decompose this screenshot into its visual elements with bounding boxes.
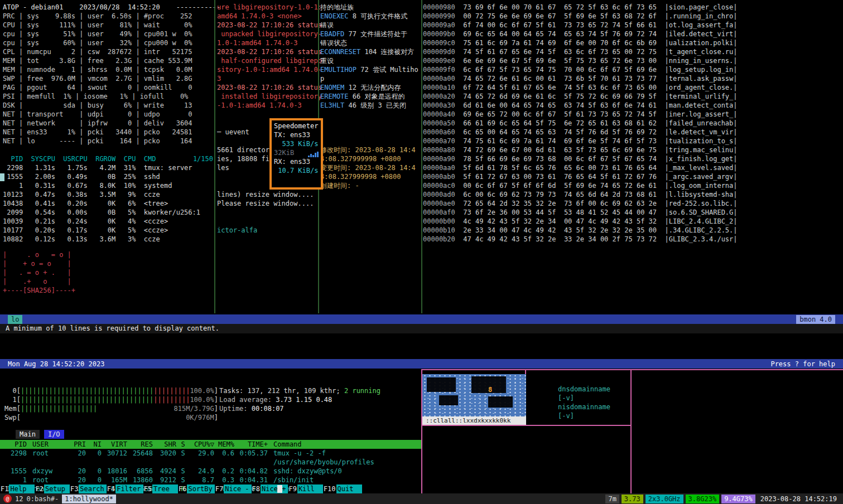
- pane-border-vertical[interactable]: [630, 369, 632, 493]
- atop-process-row: 10123 0.47s 0.38s 3.5M 9% ccze: [3, 190, 213, 199]
- cell-mem: 0.6: [214, 449, 234, 467]
- errno-line: EL3HLT 46 级别 3 已关闭: [320, 101, 421, 110]
- htop-meters: 0[||||||||||||||||||||||||||||||||||||||…: [4, 386, 218, 422]
- tasks-summary: Tasks: 137, 212 thr, 109 kthr; 2 running: [219, 386, 380, 395]
- hex-ascii: |_argc.saved_argv|: [665, 173, 738, 181]
- process-table-row[interactable]: 2298 root 20 0 30712 25648 3020 S 29.0 0…: [0, 449, 421, 467]
- cell-res: 13860: [127, 476, 153, 484]
- hex-bytes-2: 5f 69 6e 74 65 72 6e 61: [564, 182, 657, 190]
- status-right: 7m3.732x3.0GHz3.8G23%9.4G73%2023-08-28 1…: [603, 495, 840, 503]
- window-item[interactable]: 1:hollywood*: [62, 495, 116, 503]
- col-ni[interactable]: NI: [86, 440, 102, 449]
- hex-offset: 00000a30: [423, 101, 455, 109]
- log-line: sitory-1.0-1:amd64 1.74.0-: [217, 65, 316, 74]
- screen-tab[interactable]: I/O: [44, 430, 64, 439]
- htop-screen-tabs: MainI/O: [16, 430, 64, 439]
- meter-fill-green: |||||||||||||||||||: [21, 405, 97, 413]
- cell-pid: 1555: [0, 467, 27, 476]
- hex-line: 00000b00 4c 49 42 43 5f 32 2e 34 00 47 4…: [423, 217, 738, 226]
- hex-line: 00000ab0 5f 61 72 67 63 00 73 61 76 65 6…: [423, 172, 738, 181]
- hex-offset: 000009c0: [423, 39, 455, 47]
- atop-process-columns: PID SYSCPU USRCPU RGROW CPU CMD: [3, 154, 156, 163]
- cpu-meter: Mem[||||||||||||||||||| 815M/3.79G]: [4, 404, 218, 413]
- status-chip: 7m: [605, 495, 619, 503]
- status-chip: 3.8G23%: [686, 495, 720, 503]
- fkey-number: F6: [178, 484, 187, 493]
- col-user[interactable]: USER: [27, 440, 66, 449]
- fkey-item[interactable]: F9Kill: [288, 484, 322, 493]
- rate-scale-row: 32KiB: [274, 148, 319, 157]
- errno-line: ENOMEM 12 无法分配内存: [320, 83, 421, 92]
- fkey-item[interactable]: F3Search: [70, 484, 107, 493]
- window-item[interactable]: 0:bash#-: [26, 495, 59, 503]
- hex-bytes-1: 66 61 69 6c 65 64 5f 75: [463, 119, 556, 127]
- cell-cpu: 24.9: [190, 467, 214, 476]
- cell-time: 0:05.37: [234, 449, 268, 467]
- cell-ni: 0: [86, 467, 102, 476]
- hex-bytes-2: 00 47 4c 49 42 43 5f 32: [564, 217, 657, 225]
- col-res[interactable]: RES: [127, 440, 153, 449]
- tasks-running: 2 running: [344, 387, 380, 395]
- fkey-item[interactable]: F8Nice +: [252, 484, 288, 493]
- cell-pri: 20: [66, 449, 86, 467]
- pane-border-vertical[interactable]: [214, 0, 215, 313]
- hex-bytes-2: 43 5f 32 2e 32 2e 35 00: [564, 226, 657, 234]
- col-mem[interactable]: MEM%: [214, 440, 234, 449]
- bmon-interface[interactable]: lo: [8, 315, 22, 324]
- fkey-item[interactable]: F1Help: [0, 484, 35, 493]
- pane-border-vertical[interactable]: [421, 0, 422, 313]
- screen-tab[interactable]: Main: [16, 430, 40, 439]
- meter-label: Swp: [4, 414, 17, 421]
- status-chip: 9.4G73%: [721, 495, 755, 503]
- hex-bytes-2: 69 6f 6e 5f 74 6f 5f 73: [564, 137, 657, 145]
- process-table-row[interactable]: 1555 dxzyw 20 0 18016 6856 4924 S 24.9 0…: [0, 467, 421, 476]
- hex-bytes-2: 63 5f 73 65 6c 69 6e 75: [564, 146, 657, 154]
- errno-line: EBADFD 77 文件描述符处于: [320, 30, 421, 38]
- process-table-header[interactable]: PID USER PRI NI VIRT RES SHR S CPU%▽ MEM…: [0, 440, 421, 449]
- hex-line: 000009d0 74 5f 61 67 65 6e 74 5f 63 6c 6…: [423, 47, 738, 56]
- col-cpu[interactable]: CPU%▽: [190, 440, 214, 449]
- fkey-item[interactable]: F7Nice -: [215, 484, 252, 493]
- col-command[interactable]: Command: [268, 440, 421, 449]
- pane-border-horizontal[interactable]: [421, 425, 632, 426]
- errno-text: p: [320, 75, 324, 83]
- atop-stat-line: NET | ens33 1% | pcki 3440 | pcko 24581: [3, 128, 213, 137]
- errno-code: EREMOTE: [320, 93, 349, 100]
- hex-offset: 00000a80: [423, 146, 455, 154]
- pane-border-horizontal[interactable]: [421, 369, 843, 370]
- fkey-item[interactable]: F5Tree: [143, 484, 178, 493]
- col-pid[interactable]: PID: [0, 440, 27, 449]
- hex-ascii: |nning_in_userns.|: [665, 57, 738, 65]
- hex-line: 00000a50 66 61 69 6c 65 64 5f 75 6e 72 6…: [423, 119, 738, 128]
- log-line: Please resize window....: [217, 199, 316, 208]
- col-state[interactable]: S: [176, 440, 190, 449]
- process-table-row[interactable]: 1 root 20 0 165M 13860 9212 S 8.7 0.3 0:…: [0, 476, 421, 484]
- errno-code: EBADFD: [320, 30, 344, 38]
- hex-bytes-1: 78 5f 66 69 6e 69 73 68: [463, 155, 556, 163]
- hex-ascii: |terminal_urlify_|: [665, 93, 738, 100]
- fkey-item[interactable]: F6SortBy: [178, 484, 215, 493]
- hex-ascii: |_max_level.saved|: [665, 164, 738, 172]
- col-pri[interactable]: PRI: [66, 440, 86, 449]
- hex-bytes-2: 5f 61 73 73 65 72 74 5f: [564, 110, 657, 118]
- fkey-item[interactable]: F4Filter: [107, 484, 143, 493]
- hex-bytes-2: 5f 69 6e 5f 63 68 72 6f: [564, 12, 657, 20]
- cell-user: dxzyw: [27, 467, 66, 476]
- col-time[interactable]: TIME+: [234, 440, 268, 449]
- fkey-item[interactable]: F10Quit: [323, 484, 362, 493]
- terminal-screen: ATOP - debian01 2023/08/28 14:52:20 ----…: [0, 0, 843, 504]
- atop-process-row: 10882 0.12s 0.13s 3.6M 3% ccze: [3, 235, 213, 244]
- col-virt[interactable]: VIRT: [102, 440, 127, 449]
- hexdump-pane: 00000980 73 69 6f 6e 00 70 61 67 65 72 5…: [423, 3, 738, 244]
- cell-user: root: [27, 449, 66, 467]
- col-shr[interactable]: SHR: [153, 440, 176, 449]
- randomart-line: | . o = o |: [3, 250, 75, 259]
- file-stat-line: 创建时间: -: [320, 181, 422, 190]
- cell-state: S: [176, 476, 190, 484]
- tx-rate: 533 KiB/s: [274, 139, 319, 148]
- hex-offset: 00000a40: [423, 110, 455, 118]
- errno-text: 错误: [320, 21, 334, 29]
- fkey-item[interactable]: F2Setup: [35, 484, 69, 493]
- hex-offset: 00000a00: [423, 75, 455, 83]
- hex-line: 000009a0 6f 74 00 6c 6f 67 5f 61 73 73 6…: [423, 21, 738, 30]
